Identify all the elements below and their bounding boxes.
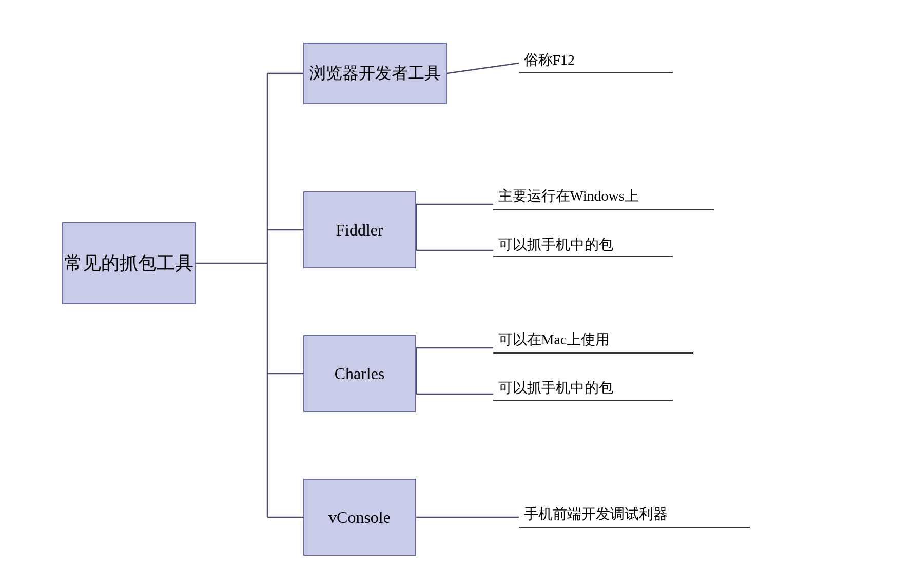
charles-box: Charles — [303, 335, 416, 412]
fiddler-note-2-underline — [493, 256, 673, 257]
browser-note-1: 俗称F12 — [524, 50, 575, 70]
fiddler-note-2: 可以抓手机中的包 — [498, 235, 613, 254]
browser-box: 浏览器开发者工具 — [303, 43, 447, 104]
diagram: 常见的抓包工具 浏览器开发者工具 Fiddler Charles vConsol… — [47, 22, 868, 566]
root-box: 常见的抓包工具 — [62, 222, 196, 304]
charles-note-2-underline — [493, 400, 673, 401]
charles-note-2: 可以抓手机中的包 — [498, 378, 613, 398]
vconsole-note-1: 手机前端开发调试利器 — [524, 504, 668, 524]
root-label: 常见的抓包工具 — [64, 251, 193, 276]
charles-note-1-underline — [493, 352, 693, 354]
browser-label: 浏览器开发者工具 — [309, 62, 441, 85]
fiddler-note-1: 主要运行在Windows上 — [498, 186, 639, 206]
charles-label: Charles — [335, 364, 385, 383]
charles-note-1: 可以在Mac上使用 — [498, 330, 610, 349]
svg-line-6 — [447, 63, 519, 73]
fiddler-label: Fiddler — [336, 221, 383, 240]
vconsole-box: vConsole — [303, 479, 416, 556]
browser-note-1-underline — [519, 72, 673, 73]
fiddler-note-1-underline — [493, 209, 714, 210]
fiddler-box: Fiddler — [303, 191, 416, 268]
vconsole-note-1-underline — [519, 527, 750, 528]
vconsole-label: vConsole — [328, 508, 391, 527]
